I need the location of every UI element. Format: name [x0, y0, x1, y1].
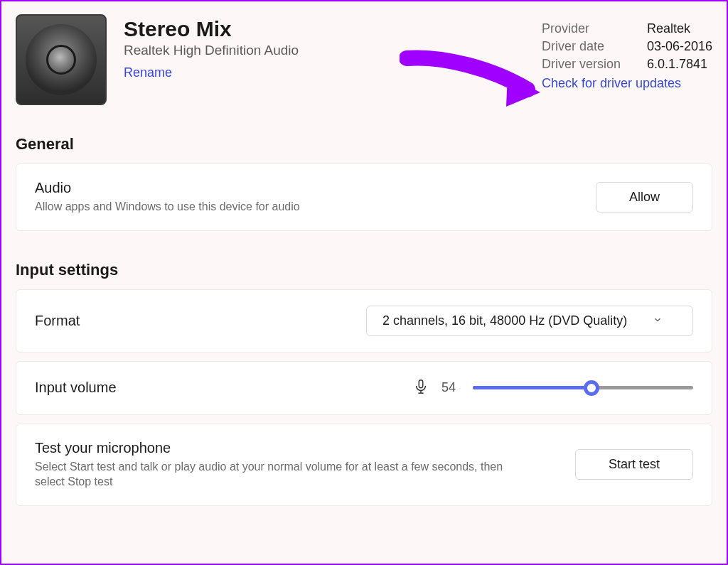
format-row: Format 2 channels, 16 bit, 48000 Hz (DVD…	[16, 289, 712, 353]
format-label: Format	[35, 313, 366, 329]
format-selected-value: 2 channels, 16 bit, 48000 Hz (DVD Qualit…	[382, 313, 627, 328]
driver-date-label: Driver date	[542, 39, 634, 54]
svg-rect-0	[419, 380, 423, 387]
check-driver-updates-link[interactable]: Check for driver updates	[542, 76, 712, 91]
test-mic-desc: Select Start test and talk or play audio…	[35, 459, 518, 490]
device-description: Realtek High Definition Audio	[124, 43, 542, 58]
microphone-icon	[413, 377, 429, 399]
allow-button[interactable]: Allow	[596, 182, 693, 212]
driver-version-value: 6.0.1.7841	[647, 57, 707, 72]
device-header: Stereo Mix Realtek High Definition Audio…	[16, 14, 712, 105]
rename-link[interactable]: Rename	[124, 65, 172, 80]
format-select[interactable]: 2 channels, 16 bit, 48000 Hz (DVD Qualit…	[366, 306, 693, 336]
audio-desc: Allow apps and Windows to use this devic…	[35, 199, 518, 215]
audio-permission-row: Audio Allow apps and Windows to use this…	[16, 163, 712, 231]
input-volume-row: Input volume 54	[16, 361, 712, 415]
input-volume-slider[interactable]	[473, 381, 693, 395]
test-mic-title: Test your microphone	[35, 440, 575, 456]
input-volume-label: Input volume	[35, 380, 413, 396]
provider-label: Provider	[542, 21, 634, 36]
driver-date-value: 03-06-2016	[647, 39, 712, 54]
general-heading: General	[16, 135, 712, 154]
start-test-button[interactable]: Start test	[575, 449, 693, 480]
provider-value: Realtek	[647, 21, 690, 36]
device-icon	[16, 14, 107, 105]
input-volume-value: 54	[441, 380, 460, 395]
driver-meta: Provider Realtek Driver date 03-06-2016 …	[542, 14, 712, 91]
test-microphone-row: Test your microphone Select Start test a…	[16, 424, 712, 506]
device-name: Stereo Mix	[124, 17, 542, 41]
audio-title: Audio	[35, 180, 596, 196]
chevron-down-icon	[653, 313, 663, 328]
driver-version-label: Driver version	[542, 57, 634, 72]
input-settings-heading: Input settings	[16, 261, 712, 279]
